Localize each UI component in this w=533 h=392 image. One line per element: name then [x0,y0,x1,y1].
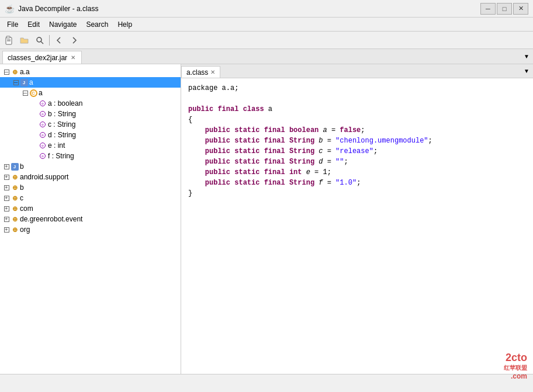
open-folder-icon [20,36,29,45]
tree-expander-b2[interactable]: + [2,183,11,192]
code-line-2: public final class a [188,104,526,115]
open-file-icon [5,36,14,45]
window-title: Java Decompiler - a.class [18,5,480,13]
tree-expander-android-support[interactable]: + [2,173,11,181]
close-button[interactable]: ✕ [513,3,528,15]
node-label-aa-c: a [39,89,43,97]
tree-panel: ─⊕ a.a─J a─C ao a : booleano b : Stringo… [0,64,181,374]
code-tab-bar: a.class ✕ ▼ [181,64,533,78]
open-file-button[interactable] [2,34,16,47]
code-line-4: public static final boolean a = false; [188,125,526,136]
node-icon-aa-c: C [29,89,37,97]
code-line-3: { [188,115,526,125]
node-icon-c: ⊕ [11,194,19,202]
tree-expander-aa-j[interactable]: ─ [12,78,20,86]
tree-node-aa-field-d[interactable]: o d : String [0,130,181,140]
code-panel: a.class ✕ ▼ package a.a; public final cl… [181,64,533,374]
node-icon-com: ⊕ [11,204,19,213]
tree-node-c[interactable]: +⊕ c [0,193,181,203]
code-line-6: public static final String c = "release"… [188,146,526,157]
tree-expander-com[interactable]: + [2,204,11,213]
forward-button[interactable] [67,34,81,47]
menu-file[interactable]: File [2,19,23,30]
jar-tab-close[interactable]: ✕ [70,54,77,61]
tree-node-b2[interactable]: +⊕ b [0,182,181,193]
node-icon-b: J [11,162,19,171]
app-icon: ☕ [5,4,15,13]
menu-navigate[interactable]: Navigate [44,19,81,30]
svg-rect-1 [6,36,10,38]
tree-node-aa-field-c[interactable]: o c : String [0,119,181,130]
tree-node-aa-field-b[interactable]: o b : String [0,109,181,119]
node-label-aa-field-c: c : String [48,120,75,129]
tree-expander-org[interactable]: + [2,226,11,234]
tree-expander-b[interactable]: + [2,162,11,171]
code-content: package a.a; public final class a{ publi… [181,78,533,374]
search-toolbar-button[interactable] [33,34,47,47]
maximize-button[interactable]: □ [497,3,512,15]
tree-node-aa[interactable]: ─⊕ a.a [0,67,181,77]
toolbar [0,32,533,49]
code-line-5: public static final String b = "chenlong… [188,136,526,146]
menu-help[interactable]: Help [113,19,137,30]
node-label-aa-j: a [29,78,33,86]
tree-node-aa-j[interactable]: ─J a [0,77,181,88]
status-bar [0,374,533,386]
outer-tab-dropdown-btn[interactable]: ▼ [521,51,532,61]
code-line-8: public static final int e = 1; [188,167,526,178]
code-tab-label: a.class [186,68,208,77]
open-folder-button[interactable] [18,34,32,47]
node-label-c: c [20,194,23,202]
code-tab-aclass[interactable]: a.class ✕ [181,66,220,78]
minimize-button[interactable]: ─ [480,3,496,15]
jar-tab-label: classes_dex2jar.jar [8,54,67,62]
outer-tab-bar: classes_dex2jar.jar ✕ ▼ [0,49,533,64]
node-icon-aa-field-f: o [39,152,47,160]
node-icon-aa-field-a: o [39,99,47,107]
code-line-10: } [188,188,526,199]
node-label-android-support: android.support [20,173,68,181]
node-icon-b2: ⊕ [11,183,19,192]
code-line-9: public static final String f = "1.0"; [188,178,526,188]
tree-expander-aa-c[interactable]: ─ [21,89,29,97]
tree-node-aa-c[interactable]: ─C a [0,88,181,98]
tree-node-aa-field-f[interactable]: o f : String [0,151,181,161]
tree-expander-aa[interactable]: ─ [2,68,11,76]
code-tab-dropdown-btn[interactable]: ▼ [521,65,532,76]
node-icon-android-support: ⊕ [11,173,19,181]
tree-expander-de-greenrobot[interactable]: + [2,215,11,223]
menu-edit[interactable]: Edit [23,19,44,30]
node-label-aa-field-b: b : String [48,110,76,118]
watermark: 2cto 红苹联盟 .com [504,352,527,380]
node-label-aa-field-e: e : int [48,141,65,150]
node-label-b: b [20,162,24,171]
node-icon-aa-field-b: o [39,110,47,118]
tree-node-com[interactable]: +⊕ com [0,203,181,214]
tree-node-b[interactable]: +J b [0,161,181,172]
menu-search[interactable]: Search [81,19,113,30]
back-button[interactable] [52,34,66,47]
tree-node-android-support[interactable]: +⊕ android.support [0,172,181,182]
toolbar-separator [49,35,50,46]
node-label-de-greenrobot: de.greenrobot.event [20,215,82,223]
node-label-aa: a.a [20,68,30,76]
svg-line-5 [41,41,43,44]
node-icon-aa-field-c: o [39,120,47,129]
node-label-aa-field-f: f : String [48,152,74,160]
code-line-7: public static final String d = ""; [188,157,526,167]
code-line-1 [188,93,526,104]
main-area: ─⊕ a.a─J a─C ao a : booleano b : Stringo… [0,64,533,374]
tree-expander-c[interactable]: + [2,194,11,202]
tree-node-de-greenrobot[interactable]: +⊕ de.greenrobot.event [0,214,181,224]
tree-node-aa-field-a[interactable]: o a : boolean [0,98,181,109]
node-icon-aa-field-e: o [39,141,47,150]
node-label-com: com [20,204,33,213]
tree-node-aa-field-e[interactable]: o e : int [0,140,181,151]
code-tab-close[interactable]: ✕ [210,69,215,75]
window-controls: ─ □ ✕ [480,3,528,15]
node-icon-aa: ⊕ [11,68,19,76]
jar-tab[interactable]: classes_dex2jar.jar ✕ [2,51,82,64]
title-bar: ☕ Java Decompiler - a.class ─ □ ✕ [0,0,533,18]
node-label-aa-field-a: a : boolean [48,99,82,107]
tree-node-org[interactable]: +⊕ org [0,224,181,235]
